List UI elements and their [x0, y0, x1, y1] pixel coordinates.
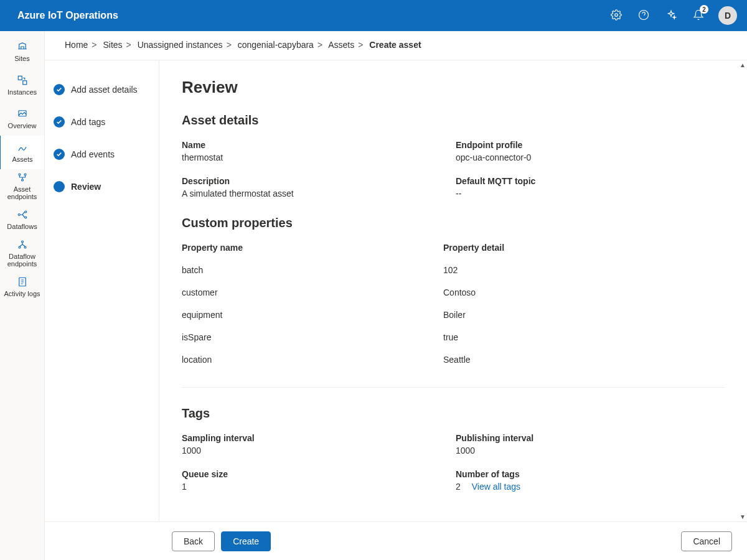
- dataflows-icon: [17, 209, 28, 222]
- scroll-down-icon: ▼: [738, 512, 747, 521]
- brand-title[interactable]: Azure IoT Operations: [17, 10, 604, 21]
- field-description: Description A simulated thermostat asset: [182, 176, 443, 198]
- create-button[interactable]: Create: [221, 531, 271, 551]
- current-step-icon: [54, 181, 65, 192]
- view-all-tags-link[interactable]: View all tags: [472, 482, 520, 492]
- section-tags: Tags: [182, 406, 725, 421]
- wizard-footer: Back Create Cancel: [45, 521, 747, 560]
- label-name: Name: [182, 140, 443, 150]
- review-panel: Review Asset details Name thermostat End…: [159, 60, 747, 521]
- assets-icon: [17, 142, 28, 154]
- nav-label: Asset endpoints: [2, 185, 42, 200]
- nav-sites[interactable]: Sites: [0, 35, 44, 68]
- step-label: Add events: [71, 149, 115, 159]
- nav-dataflow-endpoints[interactable]: Dataflow endpoints: [0, 236, 44, 270]
- settings-button[interactable]: [604, 0, 629, 31]
- value-publishing: 1000: [456, 446, 717, 455]
- value-description: A simulated thermostat asset: [182, 189, 443, 198]
- step-label: Add asset details: [71, 85, 138, 95]
- help-button[interactable]: [631, 0, 656, 31]
- nav-activity-logs[interactable]: Activity logs: [0, 270, 44, 304]
- svg-point-6: [19, 174, 21, 175]
- prop-row: batch 102: [182, 265, 725, 275]
- field-count: Number of tags 2 View all tags: [456, 469, 717, 492]
- nav-label: Dataflow endpoints: [2, 253, 42, 268]
- step-add-events[interactable]: Add events: [51, 144, 153, 165]
- sparkle-icon: [665, 9, 677, 22]
- crumb-sep: >: [317, 40, 322, 50]
- col-property-name: Property name: [182, 243, 443, 253]
- col-property-detail: Property detail: [443, 243, 705, 253]
- notification-badge: 2: [700, 5, 708, 14]
- back-button[interactable]: Back: [172, 531, 215, 551]
- crumb-home[interactable]: Home: [65, 40, 88, 50]
- step-add-tags[interactable]: Add tags: [51, 111, 153, 133]
- sites-icon: [17, 41, 28, 54]
- activity-logs-icon: [17, 276, 28, 289]
- nav-assets[interactable]: Assets: [0, 136, 44, 169]
- crumb-sep: >: [227, 40, 232, 50]
- value-queue: 1: [182, 482, 443, 492]
- help-icon: [638, 9, 649, 22]
- field-name: Name thermostat: [182, 140, 443, 162]
- nav-overview[interactable]: Overview: [0, 102, 44, 136]
- prop-detail: 102: [443, 265, 705, 275]
- svg-point-14: [21, 241, 23, 243]
- prop-row: equipment Boiler: [182, 310, 725, 320]
- nav-label: Sites: [14, 55, 29, 62]
- check-icon: [54, 149, 65, 160]
- crumb-assets[interactable]: Assets: [328, 40, 354, 50]
- nav-label: Assets: [12, 156, 32, 163]
- crumb-sites[interactable]: Sites: [103, 40, 122, 50]
- feedback-button[interactable]: [659, 0, 684, 31]
- field-publishing: Publishing interval 1000: [456, 433, 717, 455]
- left-nav: Sites Instances Overview Assets Asset en…: [0, 31, 45, 560]
- nav-asset-endpoints[interactable]: Asset endpoints: [0, 169, 44, 203]
- dataflow-endpoints-icon: [17, 239, 28, 251]
- prop-name: batch: [182, 265, 443, 275]
- prop-name: equipment: [182, 310, 443, 320]
- svg-point-12: [19, 246, 21, 248]
- step-review[interactable]: Review: [51, 176, 153, 197]
- crumb-instance[interactable]: congenial-capybara: [238, 40, 314, 50]
- crumb-unassigned[interactable]: Unassigned instances: [138, 40, 223, 50]
- cancel-button[interactable]: Cancel: [681, 531, 732, 551]
- step-label: Add tags: [71, 117, 105, 127]
- prop-name: customer: [182, 287, 443, 297]
- label-endpoint: Endpoint profile: [456, 140, 717, 150]
- wizard-steps: Add asset details Add tags Add events Re…: [45, 60, 159, 521]
- user-avatar[interactable]: D: [718, 6, 737, 25]
- value-count: 2: [456, 482, 461, 492]
- notifications-button[interactable]: 2: [686, 0, 711, 31]
- svg-point-7: [24, 174, 26, 175]
- value-mqtt: --: [456, 189, 717, 198]
- check-icon: [54, 116, 65, 128]
- prop-detail: true: [443, 332, 705, 342]
- crumb-sep: >: [126, 40, 131, 50]
- prop-name: isSpare: [182, 332, 443, 342]
- breadcrumb: Home> Sites> Unassigned instances> conge…: [45, 31, 747, 60]
- svg-point-8: [21, 179, 23, 181]
- top-bar: Azure IoT Operations 2 D: [0, 0, 747, 31]
- prop-name: location: [182, 355, 443, 365]
- label-count: Number of tags: [456, 469, 717, 479]
- asset-endpoints-icon: [17, 172, 28, 184]
- prop-row: customer Contoso: [182, 287, 725, 297]
- svg-point-10: [24, 211, 26, 213]
- crumb-current: Create asset: [369, 40, 421, 50]
- section-asset-details: Asset details: [182, 113, 725, 128]
- nav-instances[interactable]: Instances: [0, 68, 44, 102]
- value-endpoint: opc-ua-connector-0: [456, 152, 717, 162]
- step-add-asset-details[interactable]: Add asset details: [51, 79, 153, 100]
- svg-point-0: [615, 13, 618, 16]
- label-publishing: Publishing interval: [456, 433, 717, 443]
- svg-rect-3: [18, 76, 22, 80]
- main-area: Home> Sites> Unassigned instances> conge…: [45, 31, 747, 560]
- nav-dataflows[interactable]: Dataflows: [0, 203, 44, 236]
- overview-icon: [17, 108, 28, 121]
- svg-point-9: [18, 213, 20, 215]
- prop-detail: Seattle: [443, 355, 705, 365]
- field-endpoint: Endpoint profile opc-ua-connector-0: [456, 140, 717, 162]
- prop-row: location Seattle: [182, 355, 725, 365]
- scrollbar-track[interactable]: ▲ ▼: [738, 60, 747, 521]
